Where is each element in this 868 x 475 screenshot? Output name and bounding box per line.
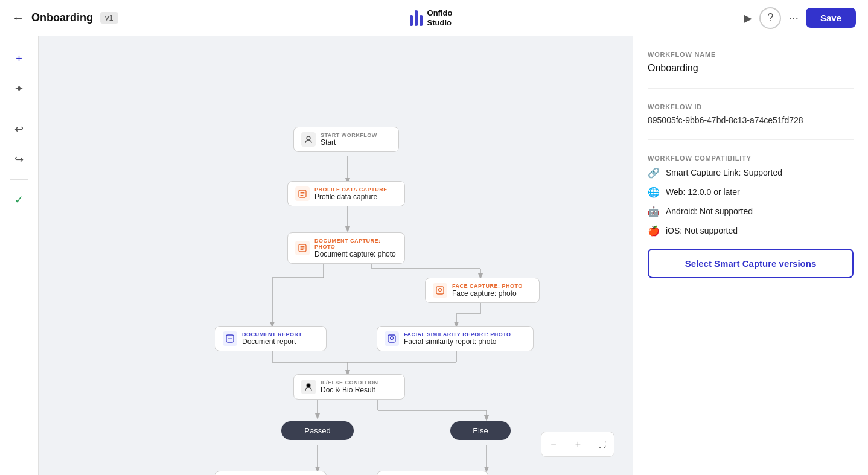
workflow-id-section: WORKFLOW ID 895005fc-9bb6-47bd-8c13-a74c…: [648, 103, 854, 140]
svg-marker-3: [345, 226, 350, 232]
compat-ios-text: iOS: Not supported: [666, 226, 738, 235]
apple-icon: 🍎: [648, 225, 660, 237]
facial-report-icon: [385, 331, 399, 346]
save-button[interactable]: Save: [806, 8, 856, 28]
svg-point-40: [307, 384, 310, 387]
main-layout: + ✦ ↩ ↪ ✓: [0, 36, 868, 475]
start-node-icon: [301, 132, 316, 147]
profile-capture-icon: [295, 186, 310, 201]
doc-report-node[interactable]: DOCUMENT REPORT Document report: [215, 326, 327, 351]
connector-lines: [94, 60, 577, 475]
workflow-name-value: Onboarding: [648, 63, 854, 74]
face-capture-node[interactable]: FACE CAPTURE: PHOTO Face capture: photo: [425, 278, 540, 303]
header: ← Onboarding v1 Onfido Studio ▶ ? ··· Sa…: [0, 0, 868, 36]
undo-button[interactable]: ↩: [7, 116, 32, 142]
header-right: ▶ ? ··· Save: [744, 7, 856, 29]
check-button[interactable]: ✓: [7, 187, 32, 212]
doc-capture-name: Document capture: photo: [314, 250, 397, 258]
logo-bar-1: [410, 15, 413, 26]
redo-icon: ↪: [14, 153, 24, 166]
passed-pill[interactable]: Passed: [281, 421, 354, 440]
toolbar-separator-1: [10, 109, 28, 109]
back-button[interactable]: ←: [12, 11, 24, 25]
workflow-name-section: WORKFLOW NAME Onboarding: [648, 51, 854, 89]
add-button[interactable]: +: [7, 46, 32, 71]
header-center: Onfido Studio: [410, 8, 453, 27]
doc-capture-icon: [295, 241, 310, 255]
plus-icon: +: [16, 53, 22, 65]
workflow-compat-section: WORKFLOW COMPATIBILITY 🔗 Smart Capture L…: [648, 155, 854, 293]
review-node[interactable]: REVIEW APPLICANT Review applicant: [377, 471, 488, 475]
more-button[interactable]: ···: [788, 11, 799, 25]
face-capture-labels: FACE CAPTURE: PHOTO Face capture: photo: [452, 283, 523, 298]
start-node-type: START WORKFLOW: [321, 132, 377, 138]
redo-button[interactable]: ↪: [7, 147, 32, 172]
header-left: ← Onboarding v1: [12, 11, 118, 25]
fit-button[interactable]: ⛶: [590, 432, 614, 456]
doc-capture-node[interactable]: DOCUMENT CAPTURE: PHOTO Document capture…: [287, 232, 405, 264]
ifelse-type: IF/ELSE CONDITION: [321, 380, 378, 386]
compat-ios: 🍎 iOS: Not supported: [648, 225, 854, 237]
profile-capture-labels: PROFILE DATA CAPTURE Profile data captur…: [314, 186, 388, 201]
workflow-title: Onboarding: [31, 11, 93, 24]
zoom-out-icon: −: [550, 439, 556, 450]
toolbar-separator-2: [10, 179, 28, 180]
svg-rect-35: [436, 287, 444, 294]
doc-report-labels: DOCUMENT REPORT Document report: [242, 331, 302, 346]
zoom-in-button[interactable]: +: [566, 432, 590, 456]
zoom-in-icon: +: [575, 439, 581, 450]
svg-marker-23: [315, 413, 320, 419]
face-capture-icon: [433, 283, 447, 298]
workflow-compat-label: WORKFLOW COMPATIBILITY: [648, 155, 854, 162]
left-toolbar: + ✦ ↩ ↪ ✓: [0, 36, 39, 475]
ifelse-labels: IF/ELSE CONDITION Doc & Bio Result: [321, 380, 378, 394]
workflow-id-label: WORKFLOW ID: [648, 103, 854, 110]
face-capture-type: FACE CAPTURE: PHOTO: [452, 283, 523, 289]
compat-smart-capture-text: Smart Capture Link: Supported: [666, 168, 782, 177]
magic-button[interactable]: ✦: [7, 76, 32, 101]
version-badge: v1: [100, 12, 118, 24]
ifelse-icon: [301, 380, 316, 394]
facial-report-node[interactable]: FACIAL SIMILARITY REPORT: PHOTO Facial s…: [377, 326, 534, 351]
link-icon: 🔗: [648, 167, 660, 179]
svg-rect-38: [388, 335, 395, 342]
compat-web-text: Web: 12.0.0 or later: [666, 187, 740, 197]
facial-report-labels: FACIAL SIMILARITY REPORT: PHOTO Facial s…: [404, 331, 511, 346]
help-button[interactable]: ?: [759, 7, 781, 29]
workflow-container: START WORKFLOW Start PROFILE DATA CAPTUR…: [94, 60, 577, 475]
select-versions-button[interactable]: Select Smart Capture versions: [648, 249, 854, 278]
zoom-out-button[interactable]: −: [541, 432, 566, 456]
doc-report-type: DOCUMENT REPORT: [242, 331, 302, 337]
doc-capture-labels: DOCUMENT CAPTURE: PHOTO Document capture…: [314, 238, 397, 258]
start-node-name: Start: [321, 138, 377, 147]
compat-android-text: Android: Not supported: [666, 206, 753, 216]
play-button[interactable]: ▶: [744, 11, 752, 25]
facial-report-type: FACIAL SIMILARITY REPORT: PHOTO: [404, 331, 511, 337]
doc-report-name: Document report: [242, 337, 302, 346]
check-icon: ✓: [14, 193, 24, 206]
doc-capture-type: DOCUMENT CAPTURE: PHOTO: [314, 238, 397, 250]
approve-node[interactable]: APPROVE APPLICANT Approve applicant: [215, 471, 327, 475]
logo-text: Onfido Studio: [427, 8, 453, 27]
facial-report-name: Facial similarity report: photo: [404, 337, 511, 346]
workflow-id-value: 895005fc-9bb6-47bd-8c13-a74ce51fd728: [648, 115, 854, 125]
compat-android: 🤖 Android: Not supported: [648, 205, 854, 217]
doc-report-icon: [223, 331, 237, 346]
profile-capture-node[interactable]: PROFILE DATA CAPTURE Profile data captur…: [287, 181, 405, 206]
fit-icon: ⛶: [598, 440, 606, 449]
else-pill[interactable]: Else: [450, 421, 511, 440]
globe-icon: 🌐: [648, 186, 660, 198]
ifelse-node[interactable]: IF/ELSE CONDITION Doc & Bio Result: [293, 374, 405, 400]
logo-bar-2: [415, 10, 418, 26]
compat-smart-capture: 🔗 Smart Capture Link: Supported: [648, 167, 854, 179]
start-node-labels: START WORKFLOW Start: [321, 132, 377, 147]
android-icon: 🤖: [648, 205, 660, 217]
undo-icon: ↩: [14, 123, 24, 136]
face-capture-name: Face capture: photo: [452, 289, 523, 298]
compat-web: 🌐 Web: 12.0.0 or later: [648, 186, 854, 198]
start-node[interactable]: START WORKFLOW Start: [293, 127, 399, 152]
svg-marker-27: [484, 415, 489, 421]
right-panel: WORKFLOW NAME Onboarding WORKFLOW ID 895…: [633, 36, 868, 475]
else-pill-label: Else: [473, 426, 488, 435]
passed-pill-label: Passed: [304, 426, 330, 435]
